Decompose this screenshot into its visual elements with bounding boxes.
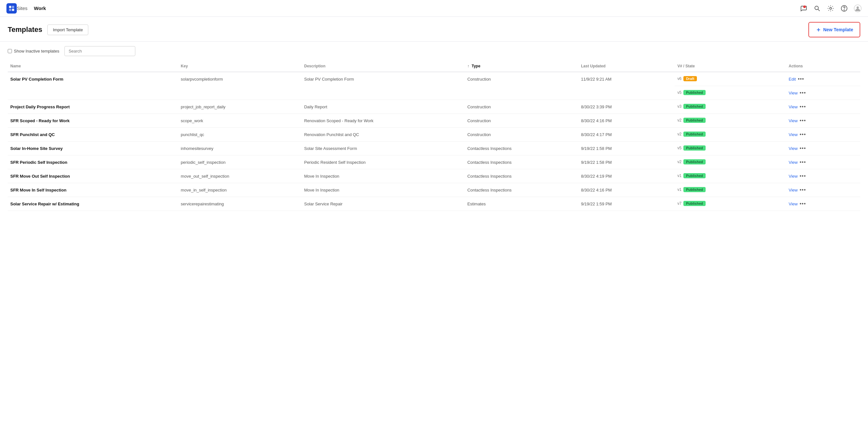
table-row: Project Daily Progress Reportproject_job… xyxy=(8,100,860,114)
import-template-button[interactable]: Import Template xyxy=(48,25,88,35)
col-description: Description xyxy=(302,61,465,72)
version-number: v7 xyxy=(677,201,681,206)
table-row: SFR Scoped - Ready for Workscope_workRen… xyxy=(8,114,860,128)
show-inactive-label[interactable]: Show Inactive templates xyxy=(8,49,59,54)
view-link[interactable]: View xyxy=(789,174,798,179)
view-link[interactable]: View xyxy=(789,202,798,206)
col-type[interactable]: ↑ Type xyxy=(465,61,578,72)
view-link[interactable]: View xyxy=(789,132,798,137)
svg-rect-1 xyxy=(12,6,14,8)
cell-key: solarpvcompletionform xyxy=(178,72,302,100)
cell-actions: View••• xyxy=(786,128,860,142)
more-actions-icon[interactable]: ••• xyxy=(798,76,804,82)
templates-table: Name Key Description ↑ Type Last Updated… xyxy=(8,61,860,211)
cell-type: Construction xyxy=(465,128,578,142)
user-avatar[interactable] xyxy=(854,4,862,12)
cell-description: Solar PV Completion Form xyxy=(302,72,465,100)
cell-actions: View••• xyxy=(786,114,860,128)
table-header-row: Name Key Description ↑ Type Last Updated… xyxy=(8,61,860,72)
more-actions-icon[interactable]: ••• xyxy=(800,104,806,110)
cell-version: v2Published xyxy=(675,128,786,142)
version-number: v1 xyxy=(677,187,681,192)
view-link[interactable]: View xyxy=(789,91,798,95)
version-number: v1 xyxy=(677,174,681,178)
cell-type: Contactless Inspections xyxy=(465,155,578,169)
cell-type: Contactless Inspections xyxy=(465,142,578,155)
cell-last-updated: 8/30/22 4:17 PM xyxy=(578,128,675,142)
status-badge: Published xyxy=(683,159,706,165)
nav-sites[interactable]: Sites xyxy=(17,5,27,11)
cell-type: Estimates xyxy=(465,197,578,211)
filters-bar: Show Inactive templates xyxy=(0,41,868,61)
col-key: Key xyxy=(178,61,302,72)
help-icon[interactable] xyxy=(840,4,848,12)
cell-last-updated: 11/9/22 9:21 AM xyxy=(578,72,675,100)
cell-name: SFR Punchlist and QC xyxy=(8,128,178,142)
edit-link[interactable]: Edit xyxy=(789,77,796,82)
settings-icon[interactable] xyxy=(827,4,835,12)
cell-actions: View••• xyxy=(786,169,860,183)
more-actions-icon[interactable]: ••• xyxy=(800,145,806,151)
cell-key: project_job_report_daily xyxy=(178,100,302,114)
table-row: SFR Periodic Self Inspectionperiodic_sel… xyxy=(8,155,860,169)
cell-description: Move In Inspection xyxy=(302,169,465,183)
page-header: Templates Import Template ＋ New Template xyxy=(0,17,868,41)
svg-rect-2 xyxy=(9,9,11,11)
cell-actions: View••• xyxy=(786,197,860,211)
status-badge: Draft xyxy=(683,76,697,81)
cell-description: Periodic Resident Self Inspection xyxy=(302,155,465,169)
cell-type: Contactless Inspections xyxy=(465,183,578,197)
svg-point-11 xyxy=(857,6,859,9)
more-actions-icon[interactable]: ••• xyxy=(800,118,806,123)
version-number: v3 xyxy=(677,104,681,109)
more-actions-icon[interactable]: ••• xyxy=(800,131,806,137)
search-icon[interactable] xyxy=(813,4,821,12)
cell-description: Move In Inspection xyxy=(302,183,465,197)
chat-icon[interactable] xyxy=(800,4,807,12)
cell-version: v1Published xyxy=(675,183,786,197)
table-row: SFR Move Out Self Inspectionmove_out_sel… xyxy=(8,169,860,183)
cell-version: v1Published xyxy=(675,169,786,183)
more-actions-icon[interactable]: ••• xyxy=(800,201,806,207)
cell-last-updated: 8/30/22 4:16 PM xyxy=(578,183,675,197)
svg-point-5 xyxy=(815,6,818,10)
more-actions-icon[interactable]: ••• xyxy=(800,159,806,165)
view-link[interactable]: View xyxy=(789,188,798,193)
table-row: SFR Move In Self Inspectionmove_in_self_… xyxy=(8,183,860,197)
status-badge: Published xyxy=(683,90,706,95)
view-link[interactable]: View xyxy=(789,146,798,151)
cell-name: SFR Move Out Self Inspection xyxy=(8,169,178,183)
cell-key: inhomesitesurvey xyxy=(178,142,302,155)
view-link[interactable]: View xyxy=(789,118,798,123)
show-inactive-checkbox[interactable] xyxy=(8,49,12,53)
view-link[interactable]: View xyxy=(789,160,798,165)
svg-point-4 xyxy=(803,5,806,8)
cell-type: Construction xyxy=(465,72,578,100)
cell-last-updated: 8/30/22 4:16 PM xyxy=(578,114,675,128)
cell-actions: View••• xyxy=(786,86,860,100)
svg-point-7 xyxy=(830,7,832,9)
cell-version: v6Draft xyxy=(675,72,786,86)
nav-work[interactable]: Work xyxy=(34,5,46,11)
view-link[interactable]: View xyxy=(789,105,798,109)
cell-name: Solar PV Completion Form xyxy=(8,72,178,100)
status-badge: Published xyxy=(683,131,706,137)
more-actions-icon[interactable]: ••• xyxy=(800,173,806,179)
version-number: v2 xyxy=(677,118,681,122)
status-badge: Published xyxy=(683,173,706,178)
svg-rect-3 xyxy=(12,9,14,11)
app-logo xyxy=(6,3,17,13)
version-number: v2 xyxy=(677,159,681,164)
cell-key: scope_work xyxy=(178,114,302,128)
cell-description: Solar Site Assessment Form xyxy=(302,142,465,155)
more-actions-icon[interactable]: ••• xyxy=(800,187,806,193)
more-actions-icon[interactable]: ••• xyxy=(800,90,806,96)
cell-description: Renovation Scoped - Ready for Work xyxy=(302,114,465,128)
cell-last-updated: 9/19/22 1:59 PM xyxy=(578,197,675,211)
new-template-button[interactable]: ＋ New Template xyxy=(808,22,860,37)
cell-name: Project Daily Progress Report xyxy=(8,100,178,114)
cell-version: v2Published xyxy=(675,114,786,128)
search-input[interactable] xyxy=(64,46,135,56)
cell-version: v5Published xyxy=(675,142,786,155)
status-badge: Published xyxy=(683,187,706,192)
